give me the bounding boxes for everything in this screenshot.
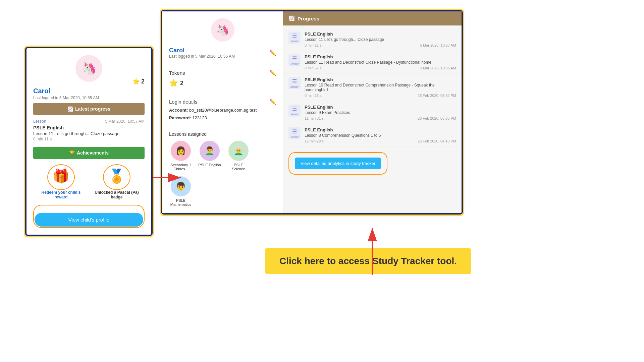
badge-text: Unlocked a Pascal (Pa) badge <box>92 190 142 199</box>
time-4: 12 min 29 s <box>305 139 324 143</box>
tokens-label: Tokens <box>169 70 185 76</box>
avatar: 🦄 <box>75 55 102 82</box>
account-label: Account: <box>169 108 188 113</box>
list-icon-3: ☰ <box>292 106 297 112</box>
password-label: Password: <box>169 115 191 120</box>
list-icon-1: ☰ <box>292 55 297 62</box>
view-profile-button[interactable]: View child's profile <box>35 213 143 227</box>
subject-0: PSLE English <box>305 32 456 37</box>
date-0: 5 Mar 2020, 10:57 AM <box>420 43 456 47</box>
redeem-oval: 🎁 <box>47 164 75 190</box>
latest-progress-button[interactable]: 📈 Latest progress <box>33 103 145 115</box>
edit-profile-icon[interactable]: ✏️ <box>269 50 276 56</box>
meta-1: 0 min 57 s 5 Mar 2020, 10:55 AM <box>305 66 456 70</box>
lesson-avatars-list: 👩 Secondary 1Chines... 👨‍🦱 PSLE English … <box>169 141 276 206</box>
lessons-assigned-label: Lessons assigned <box>169 131 276 137</box>
lessons-assigned-section: Lessons assigned 👩 Secondary 1Chines... … <box>169 131 276 206</box>
token-display: ⭐ 2 <box>169 79 276 87</box>
lesson-avatar-1: 👨‍🦱 <box>200 141 220 161</box>
study-tracker-oval: View detailed analytics in study tracker <box>288 152 387 175</box>
list-icon-2: ☰ <box>292 78 297 84</box>
date-1: 5 Mar 2020, 10:55 AM <box>420 66 456 70</box>
password-row: Password: 123123 <box>169 115 276 120</box>
lesson-icon-1: ☰ Lesson <box>288 54 301 66</box>
profile-column: 🦄 Carol Last logged in 5 Mar 2020, 10:55… <box>162 11 283 213</box>
study-tracker-button[interactable]: View detailed analytics in study tracker <box>295 158 381 169</box>
time-0: 0 min 11 s <box>305 43 322 47</box>
edit-tokens-icon[interactable]: ✏️ <box>269 70 276 76</box>
lesson-meta: Lesson 5 Mar 2020, 10:57 AM <box>33 119 145 124</box>
progress-header-icon: 📈 <box>288 15 295 21</box>
profile-avatar-circle: 🦄 <box>211 18 234 42</box>
meta-0: 0 min 11 s 5 Mar 2020, 10:57 AM <box>305 43 456 47</box>
token-number: 2 <box>180 80 183 87</box>
lesson-0: Lesson 11 Let's go through... Cloze pass… <box>305 37 456 42</box>
meta-4: 12 min 29 s 26 Feb 2020, 04:13 PM <box>305 139 456 143</box>
lesson-subject: PSLE English <box>33 125 145 130</box>
lesson-label-1: PSLE English <box>198 163 221 167</box>
lesson-item-0: 👩 Secondary 1Chines... <box>169 141 193 171</box>
time-1: 0 min 57 s <box>305 66 322 70</box>
lesson-label: Lesson <box>33 119 46 124</box>
redeem-achievement: 🎁 Redeem your child's reward <box>36 164 86 199</box>
token-star-lg-icon: ⭐ <box>169 79 178 87</box>
date-2: 26 Feb 2020, 05:32 PM <box>418 94 456 98</box>
lesson-label-3: PSLE Mathematics <box>169 198 193 206</box>
meta-2: 0 min 16 s 26 Feb 2020, 05:32 PM <box>305 94 456 98</box>
progress-item-3: ☰ Lesson PSLE English Lesson 9 Exam Prac… <box>283 101 462 124</box>
lesson-avatar-0: 👩 <box>171 141 191 161</box>
progress-header-label: Progress <box>298 16 319 21</box>
subject-3: PSLE English <box>305 105 456 110</box>
badge-achievement: 🏅 Unlocked a Pascal (Pa) badge <box>92 164 142 199</box>
lesson-desc: Lesson 11 Let's go through... Cloze pass… <box>33 131 145 136</box>
subject-2: PSLE English <box>305 77 456 82</box>
login-details-label: Login details <box>169 99 197 105</box>
lesson-label-2: PSLE Science <box>227 163 250 171</box>
callout-text: Click here to access Study Tracker tool. <box>279 256 457 266</box>
lesson-avatar-2: 👨‍🦳 <box>228 141 249 161</box>
profile-avatar: 🦄 <box>169 18 276 42</box>
lesson-3: Lesson 9 Exam Practices <box>305 110 456 115</box>
lesson-icon-4: ☰ Lesson <box>288 127 301 139</box>
account-row: Account: bo_sst20@blueorange.com.sg.test <box>169 108 276 113</box>
progress-content-2: PSLE English Lesson 10 Read and Deconstr… <box>305 77 456 98</box>
token-count: 2 <box>141 78 145 85</box>
time-2: 0 min 16 s <box>305 94 322 98</box>
progress-header: 📈 Progress <box>283 11 462 25</box>
progress-content-4: PSLE English Lesson 8 Comprehension Ques… <box>305 127 456 143</box>
tokens-row: ⭐ 2 <box>132 78 145 85</box>
progress-item-4: ☰ Lesson PSLE English Lesson 8 Comprehen… <box>283 124 462 147</box>
profile-section: Carol Last logged in 5 Mar 2020, 10:55 A… <box>169 47 276 64</box>
lesson-item-2: 👨‍🦳 PSLE Science <box>227 141 250 171</box>
lesson-1: Lesson 11 Read and Deconstruct Cloze Pas… <box>305 60 456 65</box>
progress-content-0: PSLE English Lesson 11 Let's go through.… <box>305 32 456 47</box>
achievements-row: 🎁 Redeem your child's reward 🏅 Unlocked … <box>33 164 145 199</box>
badge-oval: 🏅 <box>103 164 130 190</box>
progress-item-0: ☰ Lesson PSLE English Lesson 11 Let's go… <box>283 28 462 51</box>
lesson-icon-0: ☰ Lesson <box>288 32 301 44</box>
progress-item-2: ☰ Lesson PSLE English Lesson 10 Read and… <box>283 74 462 101</box>
date-3: 26 Feb 2020, 05:05 PM <box>418 116 456 120</box>
lesson-item-1: 👨‍🦱 PSLE English <box>198 141 221 171</box>
token-section: Tokens ✏️ ⭐ 2 <box>169 70 276 93</box>
account-value: bo_sst20@blueorange.com.sg.test <box>189 108 257 113</box>
bottom-callout: Click here to access Study Tracker tool. <box>265 248 471 274</box>
lesson-item-3: 👦 PSLE Mathematics <box>169 176 193 206</box>
lesson-icon-3: ☰ Lesson <box>288 105 301 117</box>
list-icon-4: ☰ <box>292 128 297 135</box>
profile-last-login: Last logged in 5 Mar 2020, 10:55 AM <box>169 54 235 59</box>
lesson-4: Lesson 8 Comprehension Questions 1 to 5 <box>305 133 456 138</box>
progress-icon: 📈 <box>67 106 73 112</box>
gift-icon: 🎁 <box>53 168 69 184</box>
login-details-header: Login details ✏️ <box>169 99 276 105</box>
achievements-label: Achievements <box>77 150 109 156</box>
progress-column: 📈 Progress ☰ Lesson PSLE English Lesson … <box>283 11 462 213</box>
achievements-button[interactable]: 🏆 Achievements <box>33 147 145 159</box>
progress-content-3: PSLE English Lesson 9 Exam Practices 11 … <box>305 105 456 120</box>
lesson-label-0: Secondary 1Chines... <box>170 163 191 171</box>
view-profile-oval: View child's profile <box>33 205 145 228</box>
profile-header: Carol Last logged in 5 Mar 2020, 10:55 A… <box>169 47 276 59</box>
edit-login-icon[interactable]: ✏️ <box>269 99 276 105</box>
time-3: 11 min 31 s <box>305 116 324 120</box>
badge-icon: 🏅 <box>108 168 125 184</box>
